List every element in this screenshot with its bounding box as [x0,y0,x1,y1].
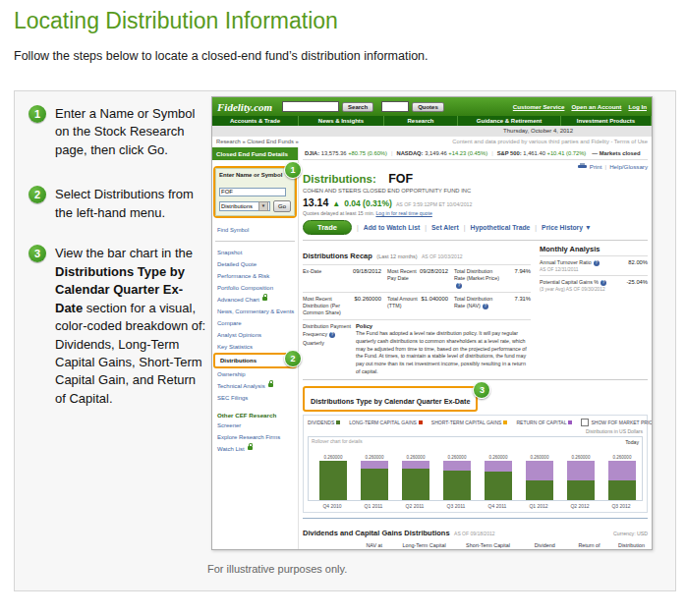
sidebar-item-label: Watch List [217,446,245,452]
site-header: Fidelity.com Search Quotes Customer Serv… [212,97,652,116]
nav-tab-accounts-trade[interactable]: Accounts & Trade [212,116,299,126]
login-link[interactable]: Log in for real time quote [375,210,431,216]
action-link-set-alert[interactable]: Set Alert [431,224,459,231]
sidebar-item-advanced-chart[interactable]: Advanced Chart [212,294,298,306]
other-research-header: Other CEF Research [217,412,298,419]
sidebar-item-label: Explore Research Firms [217,434,280,440]
page-title: Locating Distribution Information [14,8,338,34]
view-select-value: Distributions [221,203,253,209]
sidebar-item-label: Portfolio Composition [217,285,273,291]
legend-swatch [336,420,340,424]
date-bar: Thursday, October 4, 2012 [212,126,652,137]
bar-group-q2-2011[interactable]: 0.260000 [395,455,436,500]
search-input[interactable] [282,101,339,112]
sidebar-item-detailed-quote[interactable]: Detailed Quote [212,258,298,270]
help-icon[interactable]: ? [594,260,600,266]
view-select[interactable]: Distributions ▼ [219,201,270,211]
print-link[interactable]: Print [590,163,602,170]
bar-group-q3-2012[interactable]: 0.260000 [601,455,643,500]
trade-button[interactable]: Trade [303,220,352,235]
bar-group-q1-2012[interactable]: 0.260000 [519,455,560,500]
step-3-text-pre: View the bar chart in the [55,246,193,260]
help-glossary-link[interactable]: Help/Glossary [609,163,648,170]
symbol-input[interactable] [219,188,286,196]
recap-label: Total Distribution Rate (Market Price)? [454,268,501,289]
help-icon[interactable]: ? [329,332,335,338]
action-link-price-history[interactable]: Price History ▼ [542,224,592,231]
segment-return-of-capital [402,461,429,469]
sidebar-item-performance-risk[interactable]: Performance & Risk [212,270,298,282]
market-label: NASDAQ: [396,150,425,156]
bar-group-q4-2011[interactable]: 0.260000 [478,455,519,500]
fidelity-screenshot: Fidelity.com Search Quotes Customer Serv… [211,96,653,550]
segment-dividends [608,480,636,500]
last-price: 13.14 [303,196,328,208]
sidebar-item-analyst-opinions[interactable]: Analyst Opinions [212,329,298,341]
action-link-add-to-watch-list[interactable]: Add to Watch List [364,224,421,231]
sidebar-item-label: Detailed Quote [217,261,257,267]
recap-label: Total Distribution Rate (NAV)? [454,296,501,309]
search-button[interactable]: Search [342,102,373,112]
action-separator: | [464,224,466,231]
payment-frequency: Distribution Payment Frequency? Quarterl… [303,323,356,375]
market-separator: | [491,150,493,156]
header-link-open-an-account[interactable]: Open an Account [571,103,621,110]
nav-tab-investment-products[interactable]: Investment Products [561,116,652,126]
help-icon[interactable]: ? [483,304,488,309]
chart-title-highlight: Distributions Type by Calendar Quarter E… [303,386,478,412]
callout-1: 1 [284,161,302,179]
bar-group-q2-2012[interactable]: 0.260000 [560,455,601,500]
sidebar-item-distributions[interactable]: Distributions2 [213,353,297,368]
main-content: DJIA: 13,575.36 +80.75 (0.60%)|NASDAQ: 3… [299,147,652,549]
help-icon[interactable]: ? [600,280,606,286]
chart-section-title: Distributions Type by Calendar Quarter E… [311,397,470,406]
bars: 0.2600000.2600000.2600000.2600000.260000… [313,455,643,500]
company-name: COHEN AND STEERS CLOSED END OPPORTUNITY … [303,188,648,194]
action-link-hypothetical-trade[interactable]: Hypothetical Trade [471,224,531,231]
quotes-input[interactable] [381,101,409,112]
x-axis-label: Q4 2010 [312,503,353,509]
sidebar-item-label: News, Commentary & Events [217,308,294,314]
table-title-group: Dividends and Capital Gains Distribution… [303,522,494,539]
show-market-price-checkbox[interactable] [581,419,589,426]
sidebar-item-screener[interactable]: Screener [212,420,298,431]
sidebar-item-label: SEC Filings [217,395,248,401]
recap-row-1: Ex-Date09/18/2012Most Recent Pay Date09/… [303,264,531,292]
find-symbol-link[interactable]: Find Symbol [217,227,249,233]
step-1-badge: 1 [29,105,46,123]
sidebar-item-ownership[interactable]: Ownership [212,368,298,380]
market-item-djia: DJIA: 13,575.36 +80.75 (0.60%) [305,150,387,156]
bar-group-q3-2011[interactable]: 0.260000 [436,455,478,500]
sidebar-item-snapshot[interactable]: Snapshot [212,247,298,258]
header-link-customer-service[interactable]: Customer Service [513,103,565,110]
sidebar-item-technical-analysis[interactable]: Technical Analysis [212,380,298,392]
sidebar-item-sec-filings[interactable]: SEC Filings [212,392,298,404]
nav-tab-news-insights[interactable]: News & Insights [299,116,384,126]
distributions-recap: Distributions Recap (Last 12 months) AS … [303,245,531,375]
segment-dividends [361,469,388,500]
quotes-button[interactable]: Quotes [412,102,444,112]
lock-icon [248,446,253,450]
recap-value: 7.94% [515,268,531,274]
nav-tab-research[interactable]: Research [384,116,458,126]
breadcrumb[interactable]: Research » Closed End Funds » [216,139,299,147]
go-button[interactable]: Go [273,200,291,212]
sidebar-item-key-statistics[interactable]: Key Statistics [212,341,298,353]
sidebar-item-news-commentary-events[interactable]: News, Commentary & Events [212,306,298,317]
header-link-log-in[interactable]: Log In [628,103,647,110]
sidebar-item-portfolio-composition[interactable]: Portfolio Composition [212,282,298,294]
sidebar-item-label: Advanced Chart [217,297,259,303]
nav-tab-guidance-retirement[interactable]: Guidance & Retirement [458,116,561,126]
step-1-text: Enter a Name or Symbol on the Stock Rese… [55,105,209,159]
bar-group-q1-2011[interactable]: 0.260000 [354,455,395,500]
stacked-bar [526,461,553,500]
up-arrow-icon: ▲ [332,199,340,208]
divider [303,240,648,241]
bar-group-q4-2010[interactable]: 0.260000 [313,455,354,500]
fidelity-logo: Fidelity.com [217,101,272,113]
help-icon[interactable]: ? [456,283,462,289]
sidebar-item-compare[interactable]: Compare [212,317,298,329]
sidebar-item-label: Technical Analysis [217,383,265,389]
sidebar-item-explore-research-firms[interactable]: Explore Research Firms [212,431,298,443]
sidebar-item-watch-list[interactable]: Watch List [212,443,298,455]
